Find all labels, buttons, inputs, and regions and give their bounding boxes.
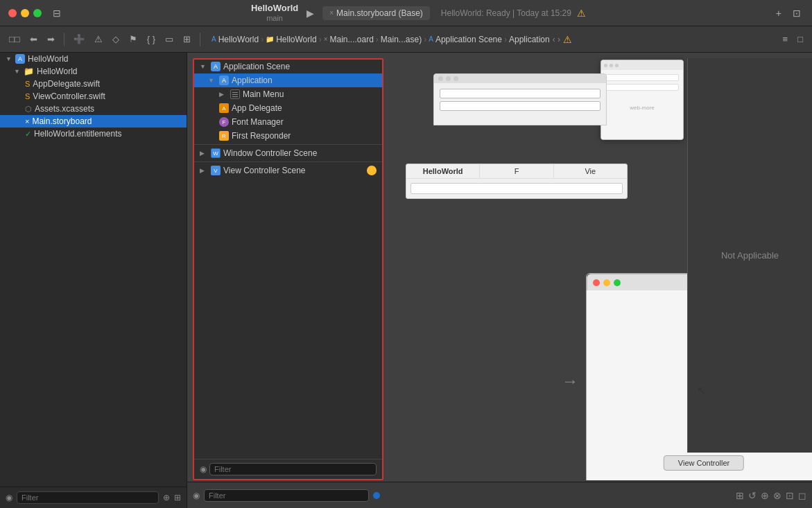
bottom-refresh-icon[interactable]: ↺ (748, 490, 757, 501)
nav-label-entitlements: HelloWorld.entitlements (34, 129, 122, 139)
scene-item-app-scene[interactable]: ▼ A Application Scene (194, 60, 382, 73)
toolbar-home-icon[interactable]: □□ (6, 32, 24, 46)
inspector-icons[interactable]: ≡ (779, 32, 792, 46)
breadcrumb-item-4[interactable]: Main...ase) (381, 35, 422, 44)
preview-dot-1 (604, 64, 607, 67)
close-button[interactable] (8, 9, 17, 17)
tab-f: F (480, 164, 553, 178)
scene-separator-2 (194, 161, 382, 162)
nav-label-assets: Assets.xcassets (35, 104, 94, 114)
nav-item-storyboard[interactable]: × Main.storyboard (0, 115, 187, 128)
tab-close-icon[interactable]: × (329, 9, 334, 17)
scene-list-panel: ▼ A Application Scene ▼ A Application ▶ … (193, 58, 383, 480)
breadcrumb-item-5[interactable]: A Application Scene (429, 35, 502, 44)
nav-item-helloworld-group[interactable]: ▼ 📁 HelloWorld (0, 65, 187, 78)
sidebar-toggle-icon[interactable]: ⊟ (50, 6, 64, 20)
toolbar-back-icon[interactable]: ⬅ (26, 32, 41, 46)
warning-icon: ⚠ (577, 8, 586, 19)
scene-item-vc-scene[interactable]: ▶ V View Controller Scene (194, 164, 382, 177)
bottom-expand-icon[interactable]: ⊡ (786, 490, 794, 501)
breadcrumb-nav-icons[interactable]: ‹ › (553, 35, 560, 44)
toolbar-separator-2 (200, 33, 200, 46)
nav-icon-root: A (15, 54, 25, 64)
view-controller-btn: View Controller (664, 455, 744, 471)
scene-label-main-menu: Main Menu (243, 89, 284, 99)
nav-filter-input[interactable] (17, 491, 159, 504)
scene-icon-first-responder: R (219, 131, 229, 141)
canvas-area[interactable]: web-more (392, 53, 812, 480)
traffic-lights (8, 9, 42, 17)
nav-icon-storyboard: × (25, 117, 29, 125)
add-file-icon[interactable]: ➕ (70, 32, 88, 46)
toolbar-separator-1 (64, 33, 64, 46)
helloworld-content (406, 179, 627, 198)
nav-item-root[interactable]: ▼ A HelloWorld (0, 53, 187, 65)
nav-item-appdelegate[interactable]: S AppDelegate.swift (0, 78, 187, 90)
preview-label: web-more (605, 105, 679, 111)
breadcrumb-item-6[interactable]: Application (509, 35, 550, 44)
bookmark-icon[interactable]: ◇ (109, 32, 123, 46)
scene-icon-app-delegate: A (219, 103, 229, 113)
breadcrumb-item-3[interactable]: × Main....oard (324, 35, 374, 44)
grid-icon[interactable]: ⊞ (180, 32, 194, 46)
scene-label-first-responder: First Responder (232, 131, 291, 141)
tab-storyboard[interactable]: × Main.storyboard (Base) (322, 6, 430, 20)
preview-field-1 (605, 74, 679, 81)
bottom-filter-input[interactable] (204, 489, 369, 502)
scene-item-first-responder[interactable]: R First Responder (194, 129, 382, 143)
scene-label-app-delegate: App Delegate (232, 103, 282, 113)
scene-icon-app-scene: A (211, 62, 221, 71)
nav-item-assets[interactable]: ⬡ Assets.xcassets (0, 103, 187, 115)
nav-label-helloworld: HelloWorld (37, 67, 77, 76)
scene-chevron-main-menu: ▶ (219, 91, 227, 98)
editor-area: ▼ A Application Scene ▼ A Application ▶ … (187, 53, 812, 508)
scene-chevron-app-scene: ▼ (200, 63, 208, 70)
scene-filter-input[interactable] (209, 463, 377, 475)
nav-spacer (0, 140, 187, 487)
nav-item-viewcontroller[interactable]: S ViewController.swift (0, 90, 187, 103)
nav-bottom-sort-icon[interactable]: ⊞ (174, 493, 181, 502)
flag-icon[interactable]: ⚑ (126, 32, 141, 46)
app-field-2 (440, 101, 601, 111)
scene-item-font-manager[interactable]: F Font Manager (194, 115, 382, 129)
bottom-inspector-icon[interactable]: ◻ (798, 490, 806, 501)
bottom-filter-icon[interactable]: ◉ (193, 491, 200, 500)
plus-button[interactable]: + (773, 6, 784, 20)
scene-label-app-scene: Application Scene (223, 62, 290, 71)
bottom-zoom-out-icon[interactable]: ⊗ (773, 490, 781, 501)
not-applicable-panel: Not Applicable (687, 58, 812, 453)
play-button[interactable]: ▶ (304, 6, 317, 20)
breadcrumb-warning-icon: ⚠ (563, 34, 572, 45)
split-view-icon[interactable]: ⊡ (790, 6, 804, 20)
scene-filter-icon: ◉ (200, 464, 207, 474)
library-icon[interactable]: □ (794, 32, 806, 46)
nav-chevron-group: ▼ (14, 68, 21, 75)
vc-scene-badge (367, 166, 377, 175)
preview-thumb-body: web-more (601, 70, 683, 139)
code-icon[interactable]: { } (144, 32, 159, 46)
not-applicable-text: Not Applicable (721, 250, 779, 261)
toolbar-forward-icon[interactable]: ➡ (44, 32, 58, 46)
warning-toolbar-icon[interactable]: ⚠ (91, 32, 106, 46)
scene-item-main-menu[interactable]: ▶ Main Menu (194, 87, 382, 101)
bottom-zoom-in-icon[interactable]: ⊕ (761, 490, 769, 501)
build-status: HelloWorld: Ready | Today at 15:29 (441, 8, 571, 18)
scene-item-application[interactable]: ▼ A Application (194, 73, 382, 87)
shape-icon[interactable]: ▭ (162, 32, 177, 46)
scene-filter-bar: ◉ (194, 459, 382, 479)
app-dot-2 (446, 76, 451, 81)
nav-bottom-add-icon[interactable]: ⊕ (163, 493, 170, 502)
preview-thumb-bar (601, 60, 683, 70)
helloworld-card: HelloWorld F Vie (406, 164, 628, 199)
breadcrumb-item-1[interactable]: A HelloWorld (211, 35, 259, 44)
filter-icon-nav: ◉ (6, 493, 12, 502)
scene-item-app-delegate[interactable]: A App Delegate (194, 101, 382, 115)
minimize-button[interactable] (21, 9, 29, 17)
project-branch: main (266, 14, 283, 22)
app-field-1 (440, 89, 601, 98)
breadcrumb-item-2[interactable]: 📁 HelloWorld (266, 35, 316, 44)
nav-item-entitlements[interactable]: ✓ HelloWorld.entitlements (0, 128, 187, 140)
zoom-button[interactable] (33, 9, 42, 17)
bottom-zoom-fit-icon[interactable]: ⊞ (736, 490, 744, 501)
scene-item-window-scene[interactable]: ▶ W Window Controller Scene (194, 146, 382, 160)
